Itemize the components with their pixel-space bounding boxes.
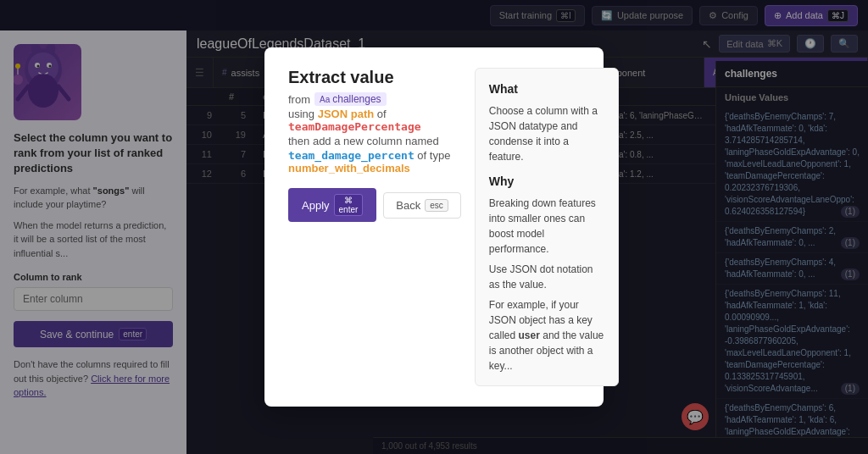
why-text2: Use JSON dot notation as the value. [489, 262, 604, 292]
using-path: teamDamagePercentage [288, 120, 421, 133]
what-title: What [489, 80, 604, 98]
from-label: from [288, 93, 310, 106]
modal-then-row: then add a new column named [288, 135, 461, 147]
back-button[interactable]: Back esc [383, 192, 460, 219]
what-why-panel: What Choose a column with a JSON datatyp… [475, 68, 619, 386]
back-label: Back [396, 199, 420, 212]
type-label: of type [417, 149, 450, 162]
using-label: using [288, 108, 314, 120]
new-col-name: team_damage_percent [288, 149, 415, 162]
using-json: JSON path [318, 108, 374, 120]
modal-inner: Extract value from Aa challenges using J… [288, 68, 580, 386]
modal-title: Extract value [288, 68, 461, 87]
from-col-tag: Aa challenges [314, 92, 387, 106]
modal-named-row: team_damage_percent of type number_with_… [288, 149, 461, 174]
extract-value-modal: Extract value from Aa challenges using J… [264, 47, 604, 407]
modal-right: What Choose a column with a JSON datatyp… [475, 68, 619, 386]
modal-using-row: using JSON path of teamDamagePercentage [288, 108, 461, 133]
apply-button[interactable]: Apply ⌘ enter [288, 188, 376, 222]
apply-label: Apply [302, 199, 330, 212]
modal-actions: Apply ⌘ enter Back esc [288, 188, 461, 222]
modal-from-row: from Aa challenges [288, 92, 461, 106]
what-text: Choose a column with a JSON datatype and… [489, 103, 604, 164]
modal-overlay: Extract value from Aa challenges using J… [0, 0, 868, 454]
apply-kbd: ⌘ enter [334, 194, 364, 216]
from-col-name: challenges [332, 93, 381, 105]
back-kbd: esc [425, 199, 448, 212]
then-label: then add a new column named [288, 135, 439, 147]
col-tag-icon: Aa [320, 95, 330, 104]
why-text1: Breaking down features into smaller ones… [489, 196, 604, 257]
why-title: Why [489, 173, 604, 191]
modal-left: Extract value from Aa challenges using J… [288, 68, 461, 386]
why-section: Why Breaking down features into smaller … [489, 173, 604, 374]
why-text3: For example, if your JSON object has a k… [489, 297, 604, 374]
col-type: number_with_decimals [288, 162, 410, 174]
using-of: of [377, 108, 387, 120]
